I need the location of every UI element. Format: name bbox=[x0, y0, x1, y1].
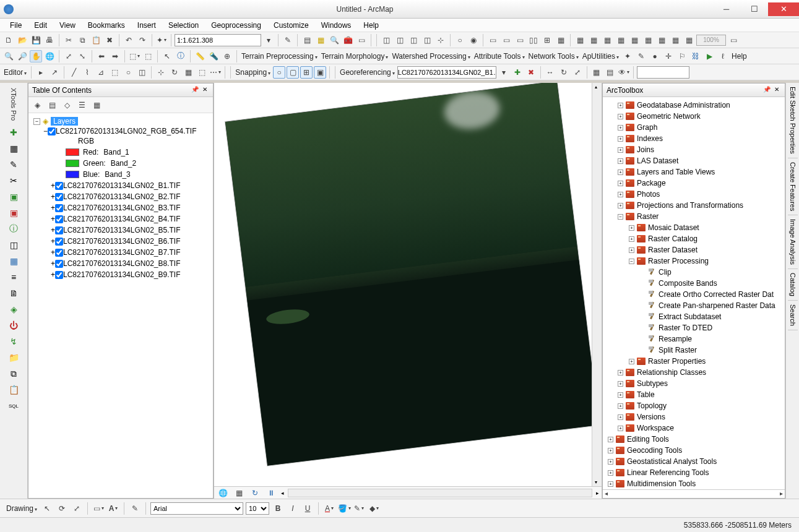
toolset-item[interactable]: Workspace bbox=[637, 424, 674, 432]
expand-icon[interactable]: + bbox=[51, 215, 55, 223]
zoom-out-icon[interactable]: 🔎 bbox=[16, 50, 28, 62]
rail-paste-icon[interactable]: 📋 bbox=[7, 383, 20, 397]
edit-tool-icon[interactable]: ▸ bbox=[35, 66, 47, 79]
tool-item[interactable]: Extract Subdataset bbox=[659, 312, 721, 321]
measure-icon[interactable]: 📏 bbox=[194, 50, 206, 62]
expand-icon[interactable]: + bbox=[618, 103, 623, 108]
expand-icon[interactable]: + bbox=[618, 381, 623, 387]
toolbox-close-icon[interactable]: ✕ bbox=[772, 86, 781, 95]
underline-icon[interactable]: U bbox=[301, 502, 314, 515]
georef-addpt-icon[interactable]: ✚ bbox=[511, 66, 524, 79]
misc-icon-20[interactable]: ▦ bbox=[683, 34, 695, 46]
edit-shape-1-icon[interactable]: ╱ bbox=[67, 66, 80, 79]
select-features-icon[interactable]: ⬚ bbox=[128, 50, 140, 62]
edit-rotate-icon[interactable]: ↻ bbox=[168, 66, 181, 79]
rail-doc-icon[interactable]: 🗎 bbox=[7, 286, 20, 300]
layers-node[interactable]: Layers bbox=[51, 117, 78, 126]
layer-name[interactable]: LC82170762013134LGN02_B7.TIF bbox=[63, 248, 180, 257]
expand-icon[interactable]: + bbox=[618, 370, 623, 375]
toolset-item[interactable]: Multidimension Tools bbox=[627, 479, 696, 488]
play-icon[interactable]: ▶ bbox=[703, 50, 715, 62]
rail-scissor-icon[interactable]: ✂ bbox=[7, 174, 20, 187]
raster-toolset[interactable]: Raster bbox=[637, 212, 659, 221]
fixed-zoom-in-icon[interactable]: ⤢ bbox=[63, 50, 75, 62]
edit-shape-6-icon[interactable]: ◫ bbox=[136, 66, 148, 79]
toolset-item[interactable]: Layers and Table Views bbox=[637, 168, 715, 176]
redo-icon[interactable]: ↷ bbox=[136, 34, 149, 46]
editor-toolbar-icon[interactable]: ✎ bbox=[282, 34, 294, 46]
expand-icon[interactable]: + bbox=[608, 448, 613, 453]
refresh-icon[interactable]: ↻ bbox=[249, 487, 261, 499]
rail-group-icon[interactable]: ◫ bbox=[7, 238, 20, 252]
tool-item[interactable]: Clip bbox=[659, 268, 672, 277]
pause-icon[interactable]: ⏸ bbox=[265, 487, 277, 499]
expand-icon[interactable]: + bbox=[618, 403, 623, 409]
misc-icon-16[interactable]: ▦ bbox=[628, 34, 641, 46]
edit-arrow-icon[interactable]: ↗ bbox=[48, 66, 61, 79]
prev-extent-icon[interactable]: ⬅ bbox=[95, 50, 108, 62]
rail-stack-icon[interactable]: ≡ bbox=[7, 270, 20, 284]
layer-checkbox[interactable] bbox=[55, 182, 63, 190]
expand-icon[interactable]: + bbox=[51, 237, 55, 246]
edit-more-icon[interactable]: ⋯ bbox=[209, 66, 222, 79]
tab-catalog[interactable]: Catalog bbox=[788, 269, 798, 301]
find-icon[interactable]: 🔦 bbox=[207, 50, 220, 62]
editor-menu[interactable]: Editor bbox=[2, 68, 28, 77]
expand-icon[interactable]: + bbox=[51, 226, 55, 234]
rail-folder-icon[interactable]: 📁 bbox=[7, 351, 20, 364]
map-canvas[interactable] bbox=[214, 83, 602, 486]
tool-item[interactable]: Composite Bands bbox=[659, 279, 717, 288]
layer-name[interactable]: LC82170762013134LGN02_B1.TIF bbox=[63, 181, 180, 190]
expand-icon[interactable]: + bbox=[618, 147, 623, 153]
menu-customize[interactable]: Customize bbox=[267, 20, 315, 31]
toc-options-icon[interactable]: ▦ bbox=[90, 99, 103, 111]
tool-item[interactable]: Raster To DTED bbox=[659, 324, 712, 332]
toolset-item[interactable]: Geodatabase Administration bbox=[637, 101, 730, 109]
misc-icon-3[interactable]: ◫ bbox=[407, 34, 420, 46]
rgb-layer-name[interactable]: LC82170762013134LGN02_RGB_654.TIF bbox=[56, 127, 197, 135]
tab-edit-sketch[interactable]: Edit Sketch Properties bbox=[788, 83, 798, 158]
map-scrollbar-v[interactable] bbox=[592, 83, 602, 486]
collapse-icon[interactable]: − bbox=[618, 214, 623, 220]
toolset-item[interactable]: Projections and Transformations bbox=[637, 201, 743, 210]
toolset-item[interactable]: Geocoding Tools bbox=[627, 446, 682, 455]
zoom-in-icon[interactable]: 🔍 bbox=[2, 50, 15, 62]
map-scrollbar-h[interactable] bbox=[288, 489, 592, 497]
dot-icon[interactable]: ● bbox=[649, 50, 661, 62]
toc-icon[interactable]: ▤ bbox=[301, 34, 313, 46]
expand-icon[interactable]: + bbox=[618, 392, 623, 398]
rail-box1-icon[interactable]: ▣ bbox=[7, 190, 20, 204]
fill-color-icon[interactable]: 🪣 bbox=[338, 502, 350, 515]
select-elements-icon[interactable]: ↖ bbox=[161, 50, 173, 62]
layer-checkbox[interactable] bbox=[55, 238, 63, 246]
georef-rotate-icon[interactable]: ↻ bbox=[558, 66, 570, 79]
toc-close-icon[interactable]: ✕ bbox=[201, 86, 209, 95]
expand-icon[interactable]: + bbox=[51, 181, 55, 190]
layer-checkbox[interactable] bbox=[55, 193, 63, 201]
edit-shape-2-icon[interactable]: ⌇ bbox=[81, 66, 93, 79]
toc-list-source-icon[interactable]: ▤ bbox=[46, 99, 58, 111]
rail-box2-icon[interactable]: ▣ bbox=[7, 206, 20, 220]
expand-icon[interactable]: + bbox=[629, 225, 634, 231]
edit-attr-icon[interactable]: ▦ bbox=[182, 66, 194, 79]
network-tools-menu[interactable]: Network Tools bbox=[527, 52, 580, 61]
georef-layer-select[interactable] bbox=[397, 66, 496, 79]
toolset-item[interactable]: Geometric Network bbox=[637, 112, 701, 121]
misc-icon-9[interactable]: ▯▯ bbox=[527, 34, 540, 46]
expand-icon[interactable]: + bbox=[608, 437, 613, 442]
expand-icon[interactable]: + bbox=[51, 192, 55, 201]
line-color-icon[interactable]: ✎ bbox=[353, 502, 365, 515]
layer-name[interactable]: LC82170762013134LGN02_B4.TIF bbox=[63, 215, 180, 223]
tool-item[interactable]: Resample bbox=[659, 335, 692, 343]
layer-checkbox[interactable] bbox=[55, 215, 63, 223]
terrain-preprocessing-menu[interactable]: Terrain Preprocessing bbox=[240, 52, 319, 61]
layer-name[interactable]: LC82170762013134LGN02_B5.TIF bbox=[63, 226, 180, 234]
expand-icon[interactable]: + bbox=[51, 248, 55, 257]
bold-icon[interactable]: B bbox=[272, 502, 284, 515]
save-icon[interactable]: 💾 bbox=[30, 34, 42, 46]
rail-pencil-icon[interactable]: ✎ bbox=[7, 158, 20, 171]
edit-shape-3-icon[interactable]: ⊿ bbox=[95, 66, 107, 79]
rail-sql-icon[interactable]: SQL bbox=[7, 399, 20, 413]
model-builder-icon[interactable]: ▭ bbox=[727, 34, 740, 46]
georef-value-input[interactable] bbox=[637, 66, 689, 79]
